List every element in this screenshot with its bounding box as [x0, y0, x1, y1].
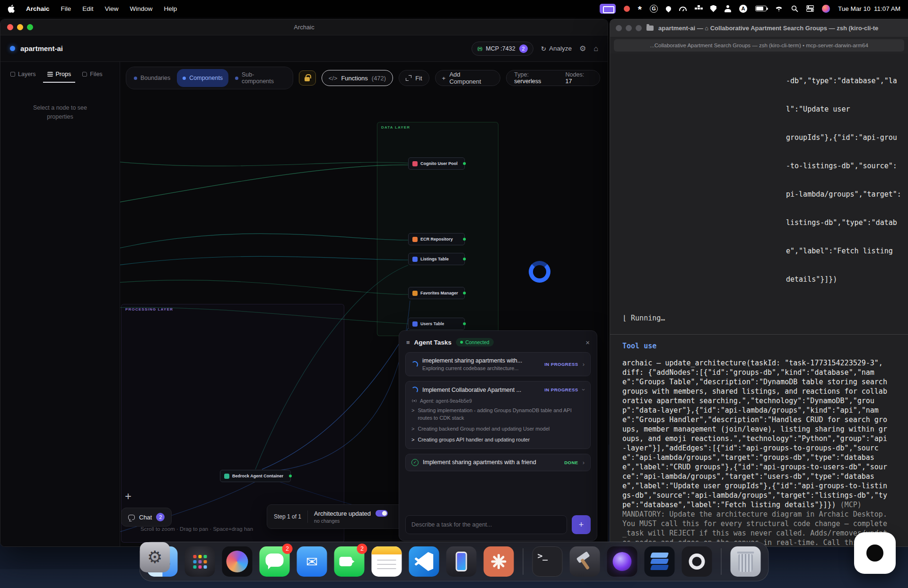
floating-app-widget[interactable]	[854, 532, 896, 574]
canvas-area[interactable]: Boundaries Components Sub-components	[120, 62, 608, 546]
terminal-titlebar[interactable]: apartment-ai — ⌂ Collaborative Apartment…	[610, 19, 908, 37]
docker-icon[interactable]	[695, 5, 702, 12]
analyze-button[interactable]: ↻ Analyze	[541, 45, 572, 52]
vscode-ribbon-icon	[415, 552, 434, 571]
g-badge-icon[interactable]: G	[650, 5, 658, 13]
task-card-2[interactable]: Implement Collaborative Apartment ... IN…	[405, 381, 591, 449]
step-subtitle: no changes	[314, 518, 388, 524]
control-center-icon[interactable]	[806, 3, 814, 14]
terminal-tab[interactable]: ...Collaborative Apartment Search Groups…	[614, 39, 904, 52]
menu-item-file[interactable]: File	[61, 5, 71, 12]
task-card-3[interactable]: ✓ Implement sharing apartments with a fr…	[405, 454, 591, 471]
step-toggle[interactable]	[375, 510, 388, 517]
chat-button[interactable]: Chat 2	[121, 508, 172, 527]
node-listings-table[interactable]: Listings Table	[408, 253, 465, 265]
menu-item-edit[interactable]: Edit	[82, 5, 93, 12]
chevron-down-icon[interactable]: ›	[580, 389, 587, 390]
shield-icon[interactable]	[710, 5, 716, 12]
dock-item-stacks-app[interactable]	[645, 546, 675, 577]
battery-icon[interactable]	[755, 6, 767, 11]
broadcast-icon	[411, 398, 417, 403]
user-icon[interactable]	[725, 5, 731, 12]
toggle-components[interactable]: Components	[177, 69, 228, 87]
terminal-output[interactable]: -db","type":"database","la l":"Update us…	[610, 53, 908, 546]
spotlight-search-icon[interactable]	[791, 3, 798, 14]
dock-item-messages[interactable]: 2	[260, 546, 290, 577]
task-status: DONE	[564, 460, 578, 465]
dock-item-vscode[interactable]	[409, 546, 439, 577]
archaic-titlebar[interactable]: Archaic	[0, 19, 608, 35]
recording-icon[interactable]	[624, 6, 630, 12]
dock-item-gradient-app[interactable]	[222, 546, 253, 577]
check-icon: ✓	[411, 459, 419, 466]
dock-item-mail[interactable]: ✉	[297, 546, 327, 577]
node-users-table[interactable]: Users Table	[408, 318, 465, 330]
node-ecr-repository[interactable]: ECR Repository	[408, 233, 465, 245]
mcp-label: MCP :7432	[486, 45, 515, 52]
node-favorites-manager[interactable]: Favorites Manager	[408, 287, 465, 299]
loading-spinner	[529, 261, 550, 283]
dynamodb-icon	[412, 321, 418, 327]
tab-props[interactable]: Props	[43, 68, 76, 83]
close-window-button[interactable]	[616, 25, 622, 31]
screen-mirroring-icon[interactable]	[600, 4, 616, 14]
dock-item-trash[interactable]	[731, 546, 761, 577]
node-bedrock-agent-container[interactable]: Bedrock Agent Container	[220, 470, 291, 482]
menu-item-window[interactable]: Window	[130, 5, 153, 12]
dock-item-settings[interactable]: ⚙	[140, 542, 170, 572]
graph-meta-pill: Type: serverless Nodes: 17	[506, 70, 600, 86]
a-badge-icon[interactable]: A	[739, 5, 747, 13]
menu-app-name[interactable]: Archaic	[26, 5, 50, 12]
node-cognito-user-pool[interactable]: Cognito User Pool	[408, 157, 465, 170]
messages-badge: 2	[282, 544, 293, 554]
data-layer-region[interactable]: DATA LAYER	[377, 122, 498, 336]
gradient-circle-icon	[227, 551, 248, 572]
desktop: Archaic File Edit View Window Help * G A	[0, 0, 908, 588]
fit-button[interactable]: Fit	[399, 70, 429, 86]
menu-item-view[interactable]: View	[105, 5, 119, 12]
toggle-subcomponents[interactable]: Sub-components	[229, 69, 291, 87]
chevron-right-icon[interactable]: ›	[583, 361, 585, 368]
dock-item-iphone-mirroring[interactable]	[446, 546, 477, 577]
location-pin-icon[interactable]	[665, 5, 672, 12]
zoom-in-button[interactable]: +	[125, 490, 131, 503]
agent-tasks-title: Agent Tasks	[414, 339, 452, 346]
dock-item-launchpad[interactable]	[185, 546, 215, 577]
menu-clock[interactable]: Tue Mar 10 11:07 AM	[838, 5, 900, 12]
dock-item-circle-app[interactable]	[682, 546, 712, 577]
wifi-icon[interactable]	[775, 3, 783, 14]
gear-icon: ⚙	[147, 547, 162, 567]
asterisk-icon[interactable]: *	[638, 4, 642, 15]
dock-item-purple-app[interactable]	[607, 546, 637, 577]
task-card-1[interactable]: imeplement sharing apartments with... Ex…	[405, 352, 591, 376]
home-icon[interactable]: ⌂	[594, 44, 598, 53]
tab-layers[interactable]: Layers	[6, 68, 40, 83]
dock-item-facetime[interactable]: 2	[334, 546, 365, 577]
step-title: Architecture updated	[314, 510, 371, 517]
dock-item-claude[interactable]	[484, 546, 514, 577]
lock-button[interactable]	[299, 70, 316, 86]
chevron-right-icon[interactable]: ›	[583, 459, 585, 466]
functions-button[interactable]: </> Functions (472)	[322, 70, 393, 86]
apple-menu-icon[interactable]	[8, 3, 15, 14]
canvas-toolbar: Boundaries Components Sub-components	[126, 67, 600, 89]
dock-item-notes[interactable]	[372, 546, 402, 577]
minimize-window-button[interactable]	[626, 25, 632, 31]
dock-item-hammer-app[interactable]	[570, 546, 600, 577]
zoom-window-button[interactable]	[636, 25, 642, 31]
add-task-button[interactable]: +	[572, 515, 591, 534]
tab-files[interactable]: Files	[78, 68, 106, 83]
mcp-status-pill[interactable]: ((•)) MCP :7432 2	[471, 42, 533, 56]
task-input[interactable]	[405, 515, 567, 534]
gear-icon[interactable]: ⚙	[579, 44, 586, 53]
gauge-icon[interactable]	[679, 7, 687, 11]
task-log-line: > Creating backend Group model and updat…	[411, 425, 585, 433]
lambda-icon	[412, 291, 418, 296]
add-component-button[interactable]: + Add Component	[435, 70, 501, 86]
menu-item-help[interactable]: Help	[164, 5, 177, 12]
dock-item-terminal[interactable]: >_	[533, 546, 563, 577]
siri-icon[interactable]	[822, 5, 830, 13]
close-panel-icon[interactable]: ×	[585, 338, 590, 346]
toggle-boundaries[interactable]: Boundaries	[128, 69, 176, 87]
terminal-window: apartment-ai — ⌂ Collaborative Apartment…	[610, 19, 908, 547]
